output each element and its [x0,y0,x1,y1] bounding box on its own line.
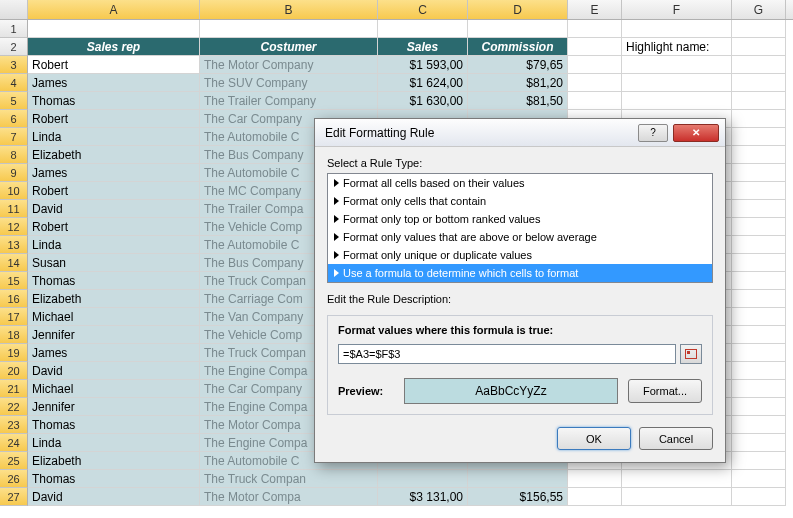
row-header[interactable]: 8 [0,146,28,164]
cell[interactable] [732,362,786,380]
cell[interactable]: The Truck Compan [200,470,378,488]
cell[interactable] [568,92,622,110]
cell[interactable] [622,56,732,74]
cell[interactable] [732,110,786,128]
cell[interactable]: $79,65 [468,56,568,74]
cell[interactable]: Robert [28,218,200,236]
format-button[interactable]: Format... [628,379,702,403]
cell[interactable] [732,56,786,74]
cell[interactable]: The Trailer Company [200,92,378,110]
cell[interactable]: $1 630,00 [378,92,468,110]
cell[interactable] [28,20,200,38]
cell[interactable]: David [28,488,200,506]
cell[interactable] [468,20,568,38]
row-header[interactable]: 21 [0,380,28,398]
cell[interactable] [732,236,786,254]
col-header-F[interactable]: F [622,0,732,19]
cell[interactable] [622,74,732,92]
cell[interactable] [622,488,732,506]
col-header-A[interactable]: A [28,0,200,19]
cell[interactable] [732,434,786,452]
help-button[interactable]: ? [638,124,668,142]
row-header[interactable]: 22 [0,398,28,416]
cell[interactable]: $81,20 [468,74,568,92]
formula-input[interactable] [338,344,676,364]
cell[interactable]: Thomas [28,272,200,290]
rule-type-item[interactable]: Format only top or bottom ranked values [328,210,712,228]
rule-type-item[interactable]: Format only cells that contain [328,192,712,210]
row-header[interactable]: 7 [0,128,28,146]
cell[interactable] [732,200,786,218]
row-header[interactable]: 15 [0,272,28,290]
row-header[interactable]: 24 [0,434,28,452]
row-header[interactable]: 3 [0,56,28,74]
cell[interactable]: James [28,344,200,362]
ok-button[interactable]: OK [557,427,631,450]
col-header-C[interactable]: C [378,0,468,19]
cell[interactable] [568,470,622,488]
select-all-corner[interactable] [0,0,28,19]
row-header[interactable]: 14 [0,254,28,272]
cell[interactable] [732,488,786,506]
cell[interactable]: Michael [28,380,200,398]
col-header-B[interactable]: B [200,0,378,19]
rule-type-list[interactable]: Format all cells based on their valuesFo… [327,173,713,283]
row-header[interactable]: 2 [0,38,28,56]
cell[interactable]: Robert [28,182,200,200]
header-cell[interactable] [568,38,622,56]
cell[interactable] [732,164,786,182]
cell[interactable] [732,92,786,110]
cell[interactable]: Linda [28,434,200,452]
cell[interactable]: $3 131,00 [378,488,468,506]
cell[interactable] [732,146,786,164]
cell[interactable]: The SUV Company [200,74,378,92]
row-header[interactable]: 20 [0,362,28,380]
cell[interactable] [732,398,786,416]
row-header[interactable]: 4 [0,74,28,92]
row-header[interactable]: 17 [0,308,28,326]
rule-type-item[interactable]: Format all cells based on their values [328,174,712,192]
cell[interactable] [732,74,786,92]
col-header-E[interactable]: E [568,0,622,19]
cell[interactable]: James [28,74,200,92]
cell[interactable]: Elizabeth [28,290,200,308]
col-header-G[interactable]: G [732,0,786,19]
cell[interactable] [568,20,622,38]
cell[interactable]: $1 593,00 [378,56,468,74]
row-header[interactable]: 18 [0,326,28,344]
col-header-D[interactable]: D [468,0,568,19]
cell[interactable]: Jennifer [28,398,200,416]
cell[interactable] [732,254,786,272]
rule-type-item[interactable]: Use a formula to determine which cells t… [328,264,712,282]
row-header[interactable]: 25 [0,452,28,470]
cell[interactable] [622,20,732,38]
cell[interactable]: Susan [28,254,200,272]
cell[interactable]: $156,55 [468,488,568,506]
header-cell[interactable]: Sales rep [28,38,200,56]
cell[interactable]: The Motor Company [200,56,378,74]
cell[interactable] [732,470,786,488]
row-header[interactable]: 6 [0,110,28,128]
header-cell[interactable] [732,38,786,56]
cell[interactable] [732,326,786,344]
cell[interactable] [568,56,622,74]
row-header[interactable]: 27 [0,488,28,506]
header-cell[interactable]: Commission [468,38,568,56]
header-cell[interactable]: Sales [378,38,468,56]
row-header[interactable]: 16 [0,290,28,308]
cell[interactable] [732,308,786,326]
cell[interactable]: Elizabeth [28,452,200,470]
rule-type-item[interactable]: Format only values that are above or bel… [328,228,712,246]
close-button[interactable]: ✕ [673,124,719,142]
cell[interactable] [622,470,732,488]
collapse-dialog-button[interactable] [680,344,702,364]
cell[interactable]: Thomas [28,470,200,488]
cell[interactable]: David [28,362,200,380]
cell[interactable]: $1 624,00 [378,74,468,92]
cell[interactable]: Thomas [28,416,200,434]
cell[interactable] [622,92,732,110]
cell[interactable] [732,290,786,308]
cell[interactable] [732,128,786,146]
dialog-titlebar[interactable]: Edit Formatting Rule ? ✕ [315,119,725,147]
cell[interactable] [732,20,786,38]
